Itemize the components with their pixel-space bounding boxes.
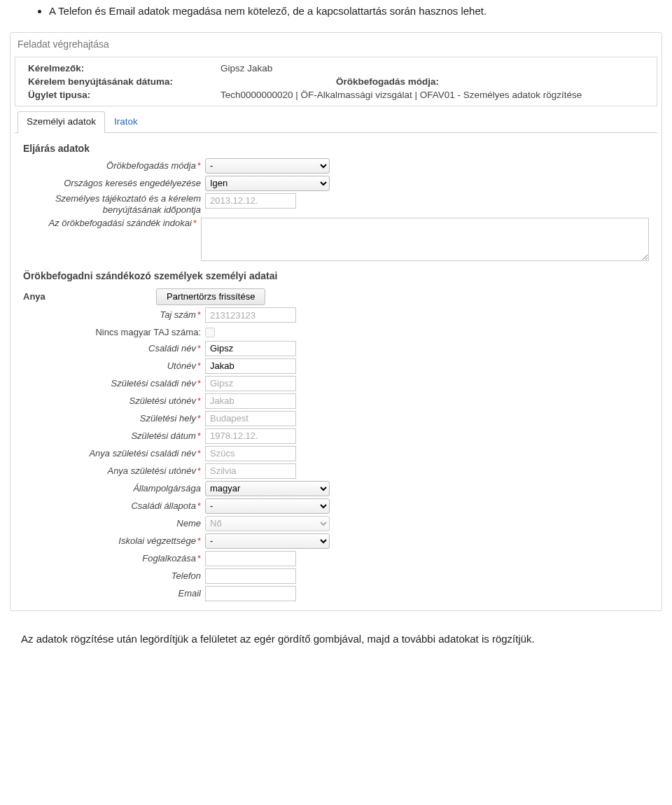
role-anya-label: Anya	[23, 291, 156, 302]
anya-utonev-input	[205, 463, 296, 479]
szul-hely-input	[205, 411, 296, 426]
neme-label: Neme	[23, 516, 205, 529]
orokmod-label: Örökbefogadás módja*	[23, 158, 205, 172]
taj-input	[205, 307, 296, 323]
task-header-box: Kérelmezők: Gipsz Jakab Kérelem benyújtá…	[15, 57, 657, 106]
csaladi-input[interactable]	[205, 341, 296, 356]
orszagos-label: Országos keresés engedélyezése	[23, 176, 205, 189]
form-area: Eljárás adatok Örökbefogadás módja* - Or…	[10, 133, 662, 610]
email-input[interactable]	[205, 586, 296, 601]
panel-title: Feladat végrehajtása	[10, 33, 662, 57]
szul-csaladi-input	[205, 376, 296, 391]
szul-utonev-input	[205, 393, 296, 409]
szemtaj-input	[205, 193, 296, 209]
szul-datum-label: Születési dátum*	[23, 428, 205, 442]
szandek-label: Az örökbefogadási szándék indokai*	[23, 218, 201, 229]
anya-csaladi-input	[205, 446, 296, 461]
benyujtas-label: Kérelem benyújtásának dátuma:	[28, 76, 220, 87]
section-eljaras: Eljárás adatok	[23, 143, 649, 154]
allampolg-label: Állampolgársága	[23, 481, 205, 494]
szemtaj-label: Személyes tájékoztató és a kérelem benyú…	[23, 193, 205, 216]
footnote-text: Az adatok rögzítése után legördítjük a f…	[7, 611, 665, 653]
section-orokbefogado: Örökbefogadni szándékozó személyek szemé…	[23, 270, 649, 281]
szul-datum-input	[205, 428, 296, 444]
nincs-taj-label: Nincs magyar TAJ száma:	[23, 325, 205, 338]
foglalk-label: Foglalkozása*	[23, 551, 205, 564]
kerelmezok-value: Gipsz Jakab	[220, 63, 644, 74]
nincs-taj-checkbox	[205, 328, 215, 337]
ugylet-value: Tech0000000020 | ÖF-Alkalmassági vizsgál…	[220, 90, 644, 100]
refresh-partner-button[interactable]: Partnertörzs frissítése	[156, 288, 265, 305]
orszagos-select[interactable]: Igen	[205, 176, 330, 191]
ugylet-label: Ügylet tipusa:	[28, 90, 220, 100]
taj-label: Taj szám*	[23, 307, 205, 321]
orokmod-select[interactable]: -	[205, 158, 330, 174]
szandek-textarea[interactable]	[201, 218, 649, 261]
csaladiall-select[interactable]: -	[205, 498, 330, 514]
tab-documents[interactable]: Iratok	[105, 111, 147, 133]
orokmod-header-label: Örökbefogadás módja:	[336, 76, 439, 87]
telefon-input[interactable]	[205, 568, 296, 584]
csaladi-label: Családi név*	[23, 341, 205, 354]
orokmod-header-value	[439, 76, 644, 87]
email-label: Email	[23, 586, 205, 599]
iskolai-label: Iskolai végzettsége*	[23, 533, 205, 547]
csaladiall-label: Családi állapota*	[23, 498, 205, 512]
iskolai-select[interactable]: -	[205, 533, 330, 549]
szul-utonev-label: Születési utónév*	[23, 393, 205, 407]
anya-utonev-label: Anya születési utónév*	[23, 463, 205, 477]
bullet-text: A Telefon és Email adatok megadása nem k…	[49, 4, 651, 18]
task-panel: Feladat végrehajtása Kérelmezők: Gipsz J…	[10, 32, 662, 611]
tab-strip: Személyi adatok Iratok	[15, 111, 657, 133]
neme-select: Nő	[205, 516, 330, 531]
utonev-label: Utónév*	[23, 358, 205, 372]
utonev-input[interactable]	[205, 358, 296, 374]
foglalk-input[interactable]	[205, 551, 296, 566]
anya-csaladi-label: Anya születési családi név*	[23, 446, 205, 459]
tab-personal-data[interactable]: Személyi adatok	[18, 111, 105, 133]
szul-csaladi-label: Születési családi név*	[23, 376, 205, 389]
benyujtas-value	[220, 76, 336, 87]
telefon-label: Telefon	[23, 568, 205, 582]
kerelmezok-label: Kérelmezők:	[28, 63, 220, 74]
allampolg-select[interactable]: magyar	[205, 481, 330, 496]
szul-hely-label: Születési hely*	[23, 411, 205, 424]
